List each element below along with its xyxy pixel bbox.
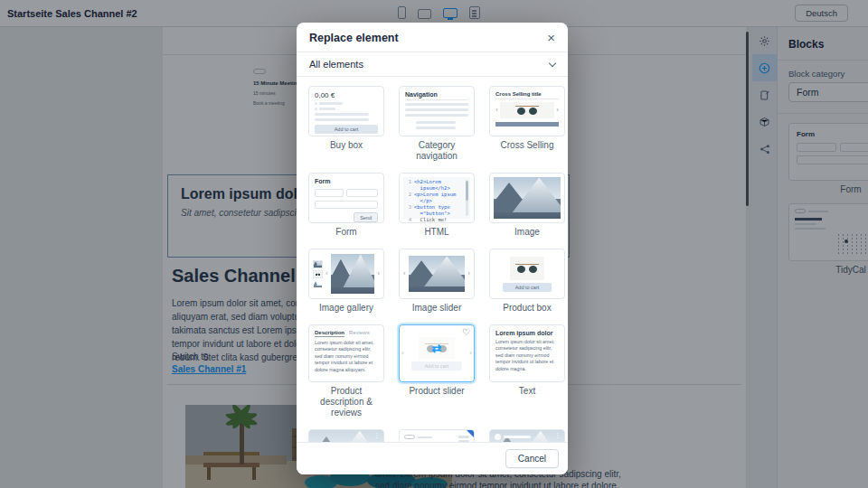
element-tile-buy-box[interactable]: 0,00 € Add to cart Buy box: [308, 86, 384, 162]
form-heading: Form: [315, 178, 378, 184]
element-tile-category-navigation[interactable]: Navigation Category navigation: [399, 86, 475, 162]
element-tile-text[interactable]: Lorem ipsum dolor Lorem ipsum dolor sit …: [489, 324, 565, 418]
code-editor-preview: 1<h2>Lorem ipsum</h2> 2<p>Lorem ipsum </…: [403, 177, 470, 219]
cross-selling-heading: Cross Selling title: [495, 91, 559, 99]
cancel-button[interactable]: Cancel: [505, 449, 559, 468]
tab-reviews: Reviews: [349, 330, 370, 335]
chevron-right-icon: ›: [469, 349, 472, 357]
text-heading: Lorem ipsum dolor: [495, 330, 559, 336]
navigation-heading: Navigation: [405, 91, 468, 100]
add-to-cart-button: Add to cart: [411, 361, 462, 371]
element-tile-product-description-reviews[interactable]: Description Reviews Lorem ipsum dolor si…: [308, 324, 384, 418]
video-title-skeleton: [504, 436, 531, 438]
modal-header: Replace element ×: [297, 23, 568, 52]
gallery-thumbnails: [313, 260, 323, 288]
tile-label: Form: [308, 227, 384, 238]
tile-label: Text: [489, 386, 565, 397]
sunglasses-product-image: [500, 102, 555, 118]
form-input: [346, 189, 378, 197]
element-tile-image-gallery[interactable]: ‹ › Image gallery: [308, 249, 384, 314]
mountain-image: [494, 177, 561, 219]
mountain-image: [409, 256, 466, 292]
tab-description: Description: [315, 330, 344, 337]
chevron-left-icon: ‹: [401, 349, 404, 357]
chevron-right-icon: ›: [467, 270, 470, 277]
element-tile-youtube-video[interactable]: ⋮ ▶ YouTube video: [489, 429, 565, 442]
tile-label: Cross Selling: [489, 140, 565, 151]
add-to-cart-button: Add to cart: [315, 125, 378, 134]
element-grid: 0,00 € Add to cart Buy box Navigation Ca…: [297, 77, 568, 442]
progress-bar: [495, 122, 559, 127]
skeleton-lines: [405, 103, 468, 106]
element-tile-product-box[interactable]: Add to cart Product box: [489, 249, 565, 314]
filter-value: All elements: [309, 59, 363, 70]
element-filter-select[interactable]: All elements: [297, 52, 568, 77]
element-tile-cross-selling[interactable]: Cross Selling title ‹ › Cross Selling: [489, 86, 565, 162]
tile-label: Category navigation: [399, 140, 475, 162]
element-tile-vimeo-video[interactable]: ⋮ v Vimeo video: [308, 429, 384, 442]
modal-title: Replace element: [309, 32, 399, 44]
element-tile-html[interactable]: 1<h2>Lorem ipsum</h2> 2<p>Lorem ipsum </…: [399, 173, 475, 238]
description-text: Lorem ipsum dolor sit amet, consetetur s…: [315, 340, 378, 373]
code-scrollbar: [466, 180, 468, 216]
buybox-price: 0,00 €: [315, 91, 378, 99]
channel-avatar: [495, 434, 501, 440]
skeleton-lines: [315, 102, 378, 105]
chevron-left-icon: ‹: [495, 107, 498, 114]
element-tile-product-slider-selected[interactable]: ♡ ⇄ ‹ › Add to cart Product slider: [399, 324, 475, 418]
chevron-right-icon: ›: [377, 270, 380, 277]
close-icon[interactable]: ×: [547, 31, 555, 44]
menu-dots-icon: ⋮: [373, 432, 380, 438]
chevron-left-icon: ‹: [403, 270, 406, 277]
tile-label: Image slider: [399, 303, 475, 314]
form-input-wide: [315, 201, 378, 209]
text-body: Lorem ipsum dolor sit amet, consetetur s…: [495, 339, 559, 372]
tile-label: Product description & reviews: [308, 386, 384, 418]
element-tile-image-slider[interactable]: ‹ › Image slider: [399, 249, 475, 314]
chevron-right-icon: ›: [556, 107, 559, 114]
tile-label: Image gallery: [308, 303, 384, 314]
tile-label: HTML: [399, 227, 475, 238]
mountain-image: [331, 254, 375, 294]
element-tile-form[interactable]: Form Send Form: [308, 173, 384, 238]
tile-label: Product box: [489, 303, 565, 314]
replace-element-modal: Replace element × All elements 0,00 € Ad…: [297, 23, 568, 474]
send-button: Send: [354, 212, 378, 222]
element-tile-tidycal[interactable]: TidyCal element: [399, 429, 475, 442]
form-input: [315, 189, 344, 197]
tile-label: Buy box: [308, 140, 384, 151]
tile-label: Image: [489, 227, 565, 238]
sunglasses-product-image: [510, 257, 544, 280]
chevron-left-icon: ‹: [326, 270, 328, 277]
chevron-down-icon: [549, 59, 556, 66]
time-slot-list: [458, 436, 469, 442]
tile-label: Product slider: [399, 386, 475, 397]
element-tile-image[interactable]: Image: [489, 173, 565, 238]
swap-replace-icon: ⇄: [432, 341, 442, 354]
modal-footer: Cancel: [297, 442, 568, 474]
menu-dots-icon: ⋮: [554, 432, 561, 438]
add-to-cart-button: Add to cart: [503, 283, 552, 292]
